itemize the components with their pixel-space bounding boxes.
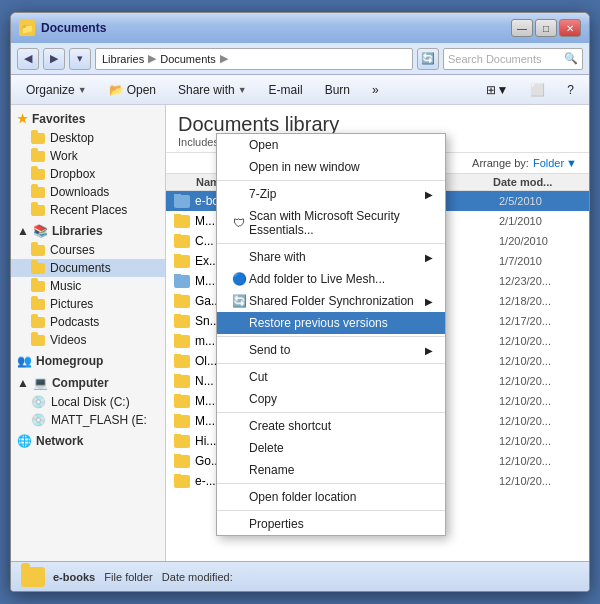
sidebar-item-localdisk[interactable]: 💿 Local Disk (C:) [11,393,165,411]
work-label: Work [50,149,78,163]
help-button[interactable]: ? [560,79,581,101]
homegroup-section: 👥 Homegroup [11,351,165,371]
minimize-button[interactable]: — [511,19,533,37]
arrange-by-dropdown[interactable]: Folder ▼ [533,157,577,169]
cm-open-folder-location[interactable]: Open folder location [217,486,445,508]
address-bar: ◀ ▶ ▾ Libraries ▶ Documents ▶ 🔄 Search D… [11,43,589,75]
sidebar-item-recent[interactable]: Recent Places [11,201,165,219]
courses-folder-icon [31,245,45,256]
status-bar: e-books File folder Date modified: [11,561,589,591]
maximize-button[interactable]: □ [535,19,557,37]
folder-icon-7 [174,335,190,348]
address-path[interactable]: Libraries ▶ Documents ▶ [95,48,413,70]
sidebar-item-dropbox[interactable]: Dropbox [11,165,165,183]
cm-share-arrow: ▶ [425,252,433,263]
search-box[interactable]: Search Documents 🔍 [443,48,583,70]
more-button[interactable]: » [365,79,386,101]
cm-restore[interactable]: Restore previous versions [217,312,445,334]
computer-header[interactable]: ▲ 💻 Computer [11,373,165,393]
work-folder-icon [31,151,45,162]
music-folder-icon [31,281,45,292]
sidebar-item-downloads[interactable]: Downloads [11,183,165,201]
cm-sendto-arrow: ▶ [425,345,433,356]
organize-button[interactable]: Organize ▼ [19,79,94,101]
sidebar-item-podcasts[interactable]: Podcasts [11,313,165,331]
homegroup-header[interactable]: 👥 Homegroup [11,351,165,371]
refresh-button[interactable]: 🔄 [417,48,439,70]
network-label: Network [36,434,83,448]
cm-open[interactable]: Open [217,134,445,156]
cm-open-new-window[interactable]: Open in new window [217,156,445,178]
computer-icon: 💻 [33,376,48,390]
folder-icon-14 [174,475,190,488]
status-date-label: Date modified: [162,571,233,583]
ebooks-folder-icon [174,195,190,208]
view-button[interactable]: ⊞▼ [479,79,515,101]
sidebar-item-desktop[interactable]: Desktop [11,129,165,147]
back-button[interactable]: ◀ [17,48,39,70]
close-button[interactable]: ✕ [559,19,581,37]
folder-icon-8 [174,355,190,368]
search-placeholder: Search Documents [448,53,542,65]
expand-computer-icon: ▲ [17,376,29,390]
library-icon: 📚 [33,224,48,238]
downloads-folder-icon [31,187,45,198]
sidebar-item-courses[interactable]: Courses [11,241,165,259]
cm-live-mesh[interactable]: 🔵 Add folder to Live Mesh... [217,268,445,290]
cm-shared-sync[interactable]: 🔄 Shared Folder Synchronization ▶ [217,290,445,312]
col-date[interactable]: Date mod... [493,176,583,188]
flash-icon: 💿 [31,413,46,427]
documents-label: Documents [50,261,111,275]
localdisk-label: Local Disk (C:) [51,395,130,409]
libraries-header[interactable]: ▲ 📚 Libraries [11,221,165,241]
cm-share-with[interactable]: Share with ▶ [217,246,445,268]
status-name: e-books [53,571,95,583]
folder-icon-5 [174,295,190,308]
file-date-ebooks: 2/5/2010 [499,195,589,207]
title-bar-left: 📁 Documents [19,20,106,36]
libraries-section: ▲ 📚 Libraries Courses Documents Music [11,221,165,349]
cm-sep-4 [217,363,445,364]
network-header[interactable]: 🌐 Network [11,431,165,451]
cm-delete[interactable]: Delete [217,437,445,459]
organize-label: Organize [26,83,75,97]
cm-properties[interactable]: Properties [217,513,445,535]
sidebar-item-videos[interactable]: Videos [11,331,165,349]
open-button[interactable]: 📂 Open [102,79,163,101]
burn-button[interactable]: Burn [318,79,357,101]
dropbox-label: Dropbox [50,167,95,181]
sidebar-item-work[interactable]: Work [11,147,165,165]
homegroup-icon: 👥 [17,354,32,368]
search-icon: 🔍 [564,52,578,65]
favorites-header[interactable]: ★ Favorites [11,109,165,129]
videos-label: Videos [50,333,86,347]
cm-sep-2 [217,243,445,244]
path-sep-1: ▶ [148,52,156,65]
cm-send-to[interactable]: Send to ▶ [217,339,445,361]
recent-button[interactable]: ▾ [69,48,91,70]
share-button[interactable]: Share with ▼ [171,79,254,101]
cm-cut[interactable]: Cut [217,366,445,388]
email-button[interactable]: E-mail [262,79,310,101]
sidebar-item-flash[interactable]: 💿 MATT_FLASH (E: [11,411,165,429]
forward-button[interactable]: ▶ [43,48,65,70]
sidebar-item-documents[interactable]: Documents [11,259,165,277]
computer-section: ▲ 💻 Computer 💿 Local Disk (C:) 💿 MATT_FL… [11,373,165,429]
courses-label: Courses [50,243,95,257]
path-documents: Documents [160,53,216,65]
cm-7zip[interactable]: 7-Zip ▶ [217,183,445,205]
cm-rename[interactable]: Rename [217,459,445,481]
folder-icon-2 [174,235,190,248]
cm-mesh-icon: 🔵 [229,272,249,286]
folder-icon-11 [174,415,190,428]
sidebar-item-music[interactable]: Music [11,277,165,295]
recent-label: Recent Places [50,203,127,217]
cm-create-shortcut[interactable]: Create shortcut [217,415,445,437]
sidebar-item-pictures[interactable]: Pictures [11,295,165,313]
cm-copy[interactable]: Copy [217,388,445,410]
folder-icon-10 [174,395,190,408]
preview-button[interactable]: ⬜ [523,79,552,101]
title-bar-buttons: — □ ✕ [511,19,581,37]
sidebar: ★ Favorites Desktop Work Dropbox D [11,105,166,561]
cm-scan[interactable]: 🛡 Scan with Microsoft Security Essential… [217,205,445,241]
